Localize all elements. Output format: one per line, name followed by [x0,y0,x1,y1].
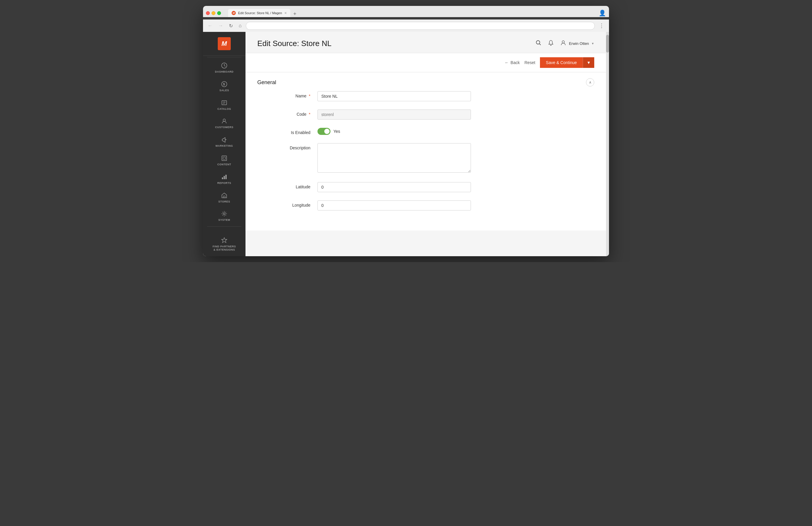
new-tab-button[interactable]: + [291,11,299,17]
magento-logo-text: M [221,40,227,47]
notifications-button[interactable] [548,40,554,47]
svg-rect-8 [224,176,225,179]
home-nav-button[interactable]: ⌂ [237,22,243,29]
content-icon [220,155,228,162]
tab-title: Edit Source: Store NL / Magen [238,11,282,15]
minimize-traffic-light[interactable] [212,11,215,15]
collapse-icon: ∧ [589,80,592,84]
latitude-input[interactable] [318,182,471,192]
browser-menu-button[interactable]: ⋮ [597,21,606,30]
collapse-section-button[interactable]: ∧ [586,78,594,86]
back-button[interactable]: ← Back [505,60,520,65]
browser-tabs: M Edit Source: Store NL / Magen × + [228,9,299,17]
sidebar-divider-bottom [207,226,241,227]
sidebar-item-reports[interactable]: REPORTS [203,170,246,188]
marketing-icon [220,136,228,143]
code-input[interactable] [318,110,471,119]
svg-rect-6 [223,157,226,159]
is-enabled-label: Is Enabled [269,128,310,135]
svg-rect-10 [223,196,225,198]
sidebar-label-customers: CUSTOMERS [215,126,233,129]
scroll-indicator [606,32,609,256]
forward-nav-button[interactable]: → [217,22,225,29]
refresh-nav-button[interactable]: ↻ [227,22,235,30]
is-enabled-control-wrap: Yes [318,128,471,135]
sidebar-item-find-partners[interactable]: FIND PARTNERS& EXTENSIONS [203,233,246,256]
header-actions: Erwin Otten ▼ [535,40,594,47]
svg-point-14 [562,41,564,43]
reset-label: Reset [524,60,535,65]
user-menu[interactable]: Erwin Otten ▼ [560,40,594,47]
sidebar-item-sales[interactable]: $ SALES [203,77,246,96]
page-header: Edit Source: Store NL Erwin Otten ▼ [246,32,606,53]
sidebar-item-marketing[interactable]: MARKETING [203,132,246,151]
dashboard-icon [220,62,228,69]
longitude-input-wrap [318,200,471,211]
action-bar: ← Back Reset Save & Continue ▼ [246,53,606,72]
save-dropdown-button[interactable]: ▼ [583,57,594,68]
svg-text:$: $ [223,82,225,86]
sidebar-divider-top [207,57,241,57]
tab-close-button[interactable]: × [285,11,287,15]
find-partners-icon [220,237,228,244]
sidebar-label-dashboard: DASHBOARD [215,70,234,73]
address-bar[interactable] [246,22,595,30]
active-browser-tab[interactable]: M Edit Source: Store NL / Magen × [228,9,290,17]
toggle-yes-label: Yes [333,129,340,134]
fullscreen-traffic-light[interactable] [217,11,221,15]
stores-icon [220,192,228,199]
sidebar-label-stores: STORES [218,200,230,203]
traffic-lights [206,11,221,15]
close-traffic-light[interactable] [206,11,210,15]
reports-icon [220,173,228,180]
magento-logo: M [218,37,231,50]
code-required-star: * [309,112,310,117]
svg-rect-7 [222,177,223,179]
description-textarea[interactable] [318,143,471,173]
search-button[interactable] [535,40,542,47]
browser-profile-icon[interactable]: 👤 [599,10,606,16]
name-input-wrap [318,91,471,101]
code-label: Code * [269,110,310,117]
latitude-input-wrap [318,182,471,192]
svg-point-11 [223,213,225,215]
is-enabled-field-group: Is Enabled Yes [257,128,594,135]
section-title-general: General [257,80,276,86]
sidebar-logo: M [203,32,246,56]
sidebar-item-content[interactable]: CONTENT [203,151,246,170]
user-avatar-icon [560,40,566,47]
sidebar-label-catalog: CATALOG [217,108,231,111]
sidebar-item-stores[interactable]: STORES [203,188,246,207]
toggle-switch[interactable] [318,128,331,135]
url-input[interactable] [250,24,591,28]
scroll-thumb[interactable] [606,35,609,53]
description-input-wrap [318,143,471,174]
sidebar-item-catalog[interactable]: CATALOG [203,96,246,114]
save-continue-button[interactable]: Save & Continue [540,57,583,68]
sidebar: M DASHBOARD $ SALES CATALOG [203,32,246,256]
sidebar-item-dashboard[interactable]: DASHBOARD [203,58,246,77]
form-area: General ∧ Name * [246,72,606,230]
toggle-slider [318,128,331,135]
longitude-input[interactable] [318,200,471,211]
tab-favicon: M [232,11,236,15]
page-title: Edit Source: Store NL [257,39,331,48]
sidebar-label-content: CONTENT [217,163,231,166]
sales-icon: $ [220,81,228,88]
reset-button[interactable]: Reset [524,60,535,65]
back-nav-button[interactable]: ← [206,22,214,29]
name-input[interactable] [318,91,471,101]
back-label: Back [510,60,520,65]
sidebar-label-system: SYSTEM [218,218,230,222]
sidebar-item-system[interactable]: SYSTEM [203,207,246,225]
description-label: Description [269,143,310,150]
svg-marker-12 [221,238,227,243]
customers-icon [220,117,228,125]
back-arrow-icon: ← [505,60,509,65]
svg-point-4 [223,119,226,121]
name-required-star: * [309,94,310,98]
name-field-group: Name * [257,91,594,101]
save-button-group: Save & Continue ▼ [540,57,594,68]
latitude-label: Latitude [269,182,310,189]
sidebar-item-customers[interactable]: CUSTOMERS [203,114,246,132]
